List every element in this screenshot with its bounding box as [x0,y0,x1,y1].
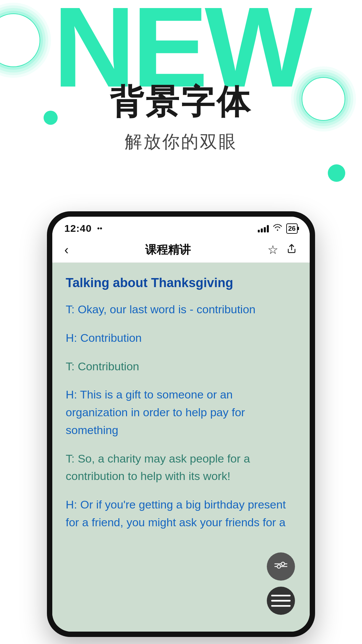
dialogue-line-3: T: Contribution [66,358,296,375]
decorative-circle-left [0,13,40,67]
fab-container [267,552,295,615]
wifi-icon [273,224,282,233]
signal-icon [258,224,269,232]
dialogue-line-4: H: This is a gift to someone or an organ… [66,386,296,439]
hero-title-cn: 背景字体 [110,80,252,125]
svg-point-0 [277,565,281,568]
fab-filter-button[interactable] [267,552,295,581]
phone-screen: 12:40 •• 26 [52,217,310,632]
hero-section: NEW 背景字体 解放你的双眼 [0,0,362,208]
share-button[interactable] [286,243,298,258]
star-button[interactable]: ☆ [267,243,278,257]
decorative-dot-right [328,164,345,182]
dialogue-line-2: H: Contribution [66,329,296,347]
phone-mockup: 12:40 •• 26 [47,211,315,637]
status-time: 12:40 [64,223,92,234]
back-button[interactable]: ‹ [64,243,69,257]
content-area: Talking about Thanksgiving T: Okay, our … [52,263,310,632]
decorative-dot-left [44,111,58,125]
svg-point-1 [281,562,285,566]
decorative-circle-right [302,77,345,121]
dialogue-line-1: T: Okay, our last word is - contribution [66,301,296,318]
fab-settings-button[interactable] [267,587,295,615]
dialogue-line-5: T: So, a charity may ask people for a co… [66,450,296,485]
nav-bar: ‹ 课程精讲 ☆ [52,237,310,263]
status-dots: •• [97,224,102,233]
dialogue-line-6: H: Or if you're getting a big birthday p… [66,496,296,531]
status-bar: 12:40 •• 26 [52,217,310,237]
nav-actions: ☆ [267,243,298,258]
phone-outer: 12:40 •• 26 [47,211,315,637]
nav-title: 课程精讲 [145,242,191,258]
lesson-title: Talking about Thanksgiving [66,275,296,291]
status-icons: 26 [258,223,298,234]
battery-icon: 26 [286,223,298,234]
hero-subtitle-cn: 解放你的双眼 [125,130,237,154]
